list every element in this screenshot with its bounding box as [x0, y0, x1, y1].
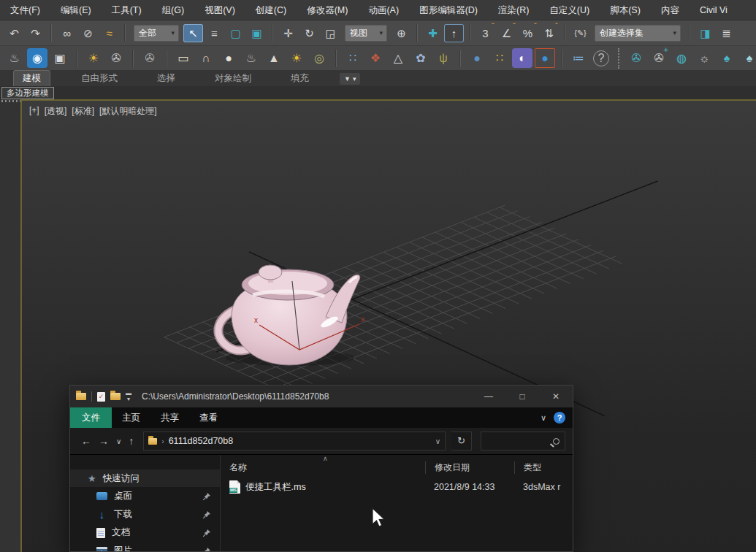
snaps-toggle-3d-icon[interactable]: 3˘ [476, 24, 495, 42]
redo-icon[interactable]: ↷ [26, 24, 45, 42]
menu-item-graph-editors[interactable]: 图形编辑器(D) [409, 0, 488, 20]
select-by-name-icon[interactable]: ≡ [205, 24, 224, 42]
teapot-primitive-icon[interactable]: ♨ [241, 48, 261, 68]
column-name[interactable]: 名称 [221, 461, 425, 474]
maximize-button[interactable]: □ [505, 386, 539, 407]
plane-primitive-icon[interactable]: ▭ [173, 48, 194, 68]
reference-coordinate-dropdown[interactable]: 视图▾ [345, 25, 387, 42]
selection-filter-dropdown[interactable]: 全部▾ [134, 25, 179, 42]
rendered-frame-window-icon[interactable]: ▣ [50, 48, 70, 68]
menu-item-file[interactable]: 文件(F) [0, 0, 50, 20]
polygon-modeling-panel-button[interactable]: 多边形建模 [1, 87, 54, 99]
undo-icon[interactable]: ↶ [4, 24, 24, 42]
ribbon-tab-modeling[interactable]: 建模 [13, 70, 50, 86]
menu-item-civil-view[interactable]: Civil Vi [690, 0, 738, 20]
spinner-snap-icon[interactable]: ⇅˘ [539, 24, 559, 42]
ribbon-tab-object-paint[interactable]: 对象绘制 [206, 71, 260, 86]
back-icon[interactable]: ← [77, 435, 95, 447]
lattice-pyramid-icon[interactable]: △ [388, 48, 408, 68]
sidebar-item-desktop[interactable]: 桌面 [70, 487, 220, 505]
menu-item-edit[interactable]: 编辑(E) [50, 0, 102, 20]
expand-ribbon-icon[interactable]: ∨ [541, 413, 546, 423]
address-dropdown-icon[interactable]: ∨ [435, 437, 440, 445]
menu-item-modifiers[interactable]: 修改器(M) [297, 0, 358, 20]
ring-icon[interactable]: ◎ [309, 48, 329, 68]
forward-icon[interactable]: → [95, 435, 112, 447]
viewport-label-segment[interactable]: [标准] [72, 105, 94, 118]
window-crossing-toggle-icon[interactable]: ▣ [247, 24, 267, 42]
cone-primitive-icon[interactable]: ▲ [264, 48, 284, 68]
batch-list-icon[interactable]: ≔ [568, 48, 589, 68]
viewport-label-segment[interactable]: [透视] [45, 105, 67, 118]
select-and-manipulate-icon[interactable]: ✚ [423, 24, 443, 42]
column-date-modified[interactable]: 修改日期 [425, 461, 514, 474]
sidebar-item-pictures[interactable]: 图片 [70, 542, 220, 552]
keyboard-override-icon[interactable]: ↑ [444, 24, 464, 42]
search-input[interactable] [481, 432, 565, 451]
foliage-icon[interactable]: ✿ [411, 48, 431, 68]
unlink-selection-icon[interactable]: ⊘ [78, 24, 98, 42]
close-button[interactable]: ✕ [539, 386, 573, 407]
civil-camera-icon[interactable]: ✇ [626, 48, 646, 68]
column-type[interactable]: 类型 [514, 461, 573, 474]
render-teapot-icon[interactable]: ♨ [4, 48, 25, 68]
menu-item-views[interactable]: 视图(V) [194, 0, 245, 20]
blue-sphere-icon[interactable]: ● [467, 48, 487, 68]
material-spheres-icon[interactable]: ∷ [489, 48, 510, 68]
help-icon[interactable]: ? [554, 412, 565, 423]
rectangular-selection-region-icon[interactable]: ▢ [226, 24, 245, 42]
menu-item-customize[interactable]: 自定义(U) [539, 0, 600, 20]
menu-item-create[interactable]: 创建(C) [245, 0, 297, 20]
breadcrumb[interactable]: 6111d852d70b8 [169, 436, 431, 446]
use-pivot-point-icon[interactable]: ⊕ [392, 24, 411, 42]
named-selection-set-dropdown[interactable]: 创建选择集▾ [595, 25, 681, 42]
menu-item-content[interactable]: 内容 [651, 0, 690, 20]
explorer-title-bar[interactable]: ✓ ▬▾ C:\Users\Administrator\Desktop\6111… [70, 386, 573, 407]
address-bar[interactable]: › 6111d852d70b8 ∨ [143, 432, 446, 451]
particle-array-icon[interactable]: ∷ [343, 48, 363, 68]
pin-icon[interactable] [202, 510, 211, 519]
pin-icon[interactable] [202, 492, 211, 501]
civil-trees-icon[interactable]: ♠ [717, 48, 737, 68]
ribbon-minimize-button[interactable]: ▼ ▾ [340, 73, 360, 85]
percent-snap-icon[interactable]: %˘ [518, 24, 538, 42]
ribbon-tab-selection[interactable]: 选择 [148, 71, 184, 86]
menu-item-group[interactable]: 组(G) [152, 0, 195, 20]
folder-icon[interactable] [76, 393, 86, 400]
camera-tripod-icon[interactable]: ✇ [140, 48, 160, 68]
sort-ascending-icon[interactable]: ∧ [323, 455, 328, 462]
up-icon[interactable]: ↑ [125, 435, 137, 447]
viewport-label-segment[interactable]: [默认明暗处理] [99, 105, 157, 118]
sun-icon[interactable]: ☀ [286, 48, 307, 68]
sidebar-item-quick-access[interactable]: ★ 快速访问 [70, 469, 220, 487]
render-setup-icon[interactable]: ◉ [27, 48, 47, 68]
select-and-link-icon[interactable]: ∞ [57, 24, 77, 42]
select-and-scale-icon[interactable]: ◲ [321, 24, 340, 42]
customize-toolbar-icon[interactable]: ▬▾ [126, 391, 131, 402]
slate-material-editor-icon[interactable]: ◐ [512, 48, 532, 68]
file-row[interactable]: MS便捷工具栏.ms2021/8/9 14:333dsMax r [221, 477, 573, 497]
civil-camera-add-icon[interactable]: ✇+ [649, 48, 669, 68]
bind-to-space-warp-icon[interactable]: ≈ [99, 24, 119, 42]
tab-home[interactable]: 主页 [112, 407, 150, 428]
select-object-button[interactable]: ↖ [183, 24, 203, 42]
menu-item-rendering[interactable]: 渲染(R) [488, 0, 539, 20]
civil-light-bulb-icon[interactable]: ◍ [671, 48, 692, 68]
history-chevron-icon[interactable]: ∨ [112, 437, 125, 445]
file-menu-button[interactable]: 文件 [70, 407, 112, 428]
help-icon[interactable]: ? [593, 50, 609, 66]
align-icon[interactable]: ≣ [717, 24, 736, 42]
properties-check-icon[interactable]: ✓ [97, 392, 105, 402]
refresh-button[interactable]: ↻ [451, 432, 472, 451]
new-folder-icon[interactable] [110, 393, 121, 400]
grass-icon[interactable]: ψ [433, 48, 454, 68]
mirror-icon[interactable]: ◨ [695, 24, 715, 42]
sidebar-item-documents[interactable]: 文档 [70, 524, 220, 542]
ribbon-tab-populate[interactable]: 填充 [282, 71, 318, 86]
select-and-rotate-icon[interactable]: ↻ [299, 24, 319, 42]
ribbon-tab-freeform[interactable]: 自由形式 [72, 71, 126, 86]
pin-icon[interactable] [202, 547, 211, 552]
select-and-move-icon[interactable]: ✛ [278, 24, 298, 42]
civil-sun-icon[interactable]: ☼ [694, 48, 714, 68]
viewport-label-segment[interactable]: [+] [29, 105, 39, 118]
